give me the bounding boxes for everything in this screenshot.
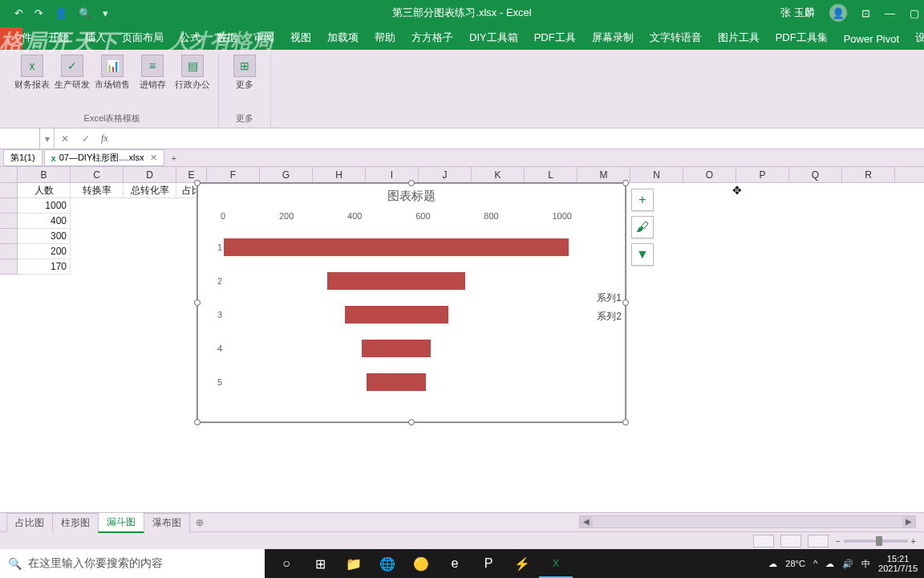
data-bar[interactable] (345, 306, 448, 324)
close-icon[interactable]: ✕ (150, 153, 157, 163)
tab-insert[interactable]: 插入 (77, 26, 114, 50)
row-header[interactable] (0, 214, 18, 229)
tab-review[interactable]: 审阅 (245, 26, 282, 50)
excel-icon[interactable]: x (539, 549, 573, 578)
tab-powerpivot[interactable]: Power Pivot (836, 28, 907, 50)
zoom-in-icon[interactable]: + (911, 536, 916, 546)
tab-imgtool[interactable]: 图片工具 (710, 26, 768, 50)
search-icon[interactable]: 🔍 (79, 7, 91, 19)
col-header[interactable]: H (313, 167, 366, 182)
cortana-icon[interactable]: ○ (270, 549, 303, 578)
col-header[interactable]: N (630, 167, 683, 182)
edge-icon[interactable]: 🌐 (371, 549, 404, 578)
col-header[interactable]: D (124, 167, 176, 182)
col-header[interactable]: R (842, 167, 895, 182)
col-header[interactable]: C (71, 167, 124, 182)
formula-input[interactable] (113, 128, 924, 149)
tab-data[interactable]: 数据 (209, 26, 245, 50)
col-header[interactable]: P (736, 167, 789, 182)
chrome-icon[interactable]: 🟡 (404, 549, 438, 578)
row-header[interactable] (0, 229, 18, 244)
data-bar[interactable] (327, 272, 465, 290)
tab-view[interactable]: 视图 (282, 26, 319, 50)
cell[interactable]: 1000 (18, 198, 71, 214)
chart-object[interactable]: 图表标题 ✥ 02004006008001000 12345 系列1 系列2 +… (197, 183, 626, 422)
zoom-out-icon[interactable]: − (835, 536, 840, 546)
tab-design[interactable]: 设计 (907, 26, 924, 50)
view-layout-button[interactable] (780, 535, 801, 547)
chart-styles-button[interactable]: 🖌 (631, 216, 654, 238)
wb-tab[interactable]: 第1(1) (3, 149, 43, 166)
cell[interactable]: 转换率 (71, 183, 124, 198)
volume-icon[interactable]: 🔊 (842, 559, 853, 569)
undo-icon[interactable]: ↶ (14, 7, 23, 19)
tab-home[interactable]: 开始 (40, 26, 77, 50)
maximize-icon[interactable]: ▢ (910, 7, 919, 19)
name-box[interactable] (0, 128, 40, 149)
tab-layout[interactable]: 页面布局 (114, 26, 172, 50)
spreadsheet-grid[interactable]: B C D E F G H I J K L M N O P Q R 人数 转换率… (0, 167, 924, 512)
ime-indicator[interactable]: 中 (861, 558, 870, 570)
taskview-icon[interactable]: ⊞ (303, 549, 337, 578)
row-header[interactable] (0, 259, 18, 275)
scroll-right-icon[interactable]: ▶ (902, 516, 915, 527)
cell[interactable]: 300 (18, 229, 71, 244)
sheet-tab[interactable]: 漏斗图 (98, 512, 144, 533)
tab-pdfset[interactable]: PDF工具集 (768, 26, 836, 50)
col-header[interactable]: I (366, 167, 419, 182)
col-header[interactable]: K (472, 167, 525, 182)
data-bar[interactable] (362, 340, 431, 357)
data-bar[interactable] (224, 238, 569, 256)
add-sheet-button[interactable]: ⊕ (189, 517, 210, 528)
chart-title[interactable]: 图表标题 (198, 184, 625, 206)
fx-label[interactable]: fx (96, 132, 113, 144)
sheet-tab[interactable]: 柱形图 (52, 513, 99, 532)
col-header[interactable]: Q (789, 167, 842, 182)
btn-inventory[interactable]: ≡进销存 (133, 53, 172, 91)
qat-more-icon[interactable]: ▾ (103, 7, 108, 19)
col-header[interactable]: J (419, 167, 472, 182)
chart-elements-button[interactable]: + (631, 189, 654, 211)
sheet-tab[interactable]: 占比图 (6, 513, 53, 532)
scroll-left-icon[interactable]: ◀ (580, 516, 593, 527)
select-all-corner[interactable] (0, 167, 18, 182)
tray-expand-icon[interactable]: ^ (813, 559, 817, 568)
minimize-icon[interactable]: — (885, 7, 895, 19)
data-bar[interactable] (367, 373, 425, 391)
col-header[interactable]: F (207, 167, 260, 182)
btn-more[interactable]: ⊞更多 (225, 53, 264, 91)
tab-help[interactable]: 帮助 (367, 26, 403, 50)
col-header[interactable]: B (18, 167, 71, 182)
tab-formula[interactable]: 公式 (172, 26, 209, 50)
cell[interactable]: 400 (18, 214, 71, 229)
clock[interactable]: 15:212021/7/15 (878, 554, 918, 573)
row-header[interactable] (0, 244, 18, 259)
col-header[interactable]: O (683, 167, 736, 182)
user-icon[interactable]: 👤 (55, 7, 67, 19)
powerpoint-icon[interactable]: P (472, 549, 505, 578)
view-normal-button[interactable] (753, 535, 774, 547)
add-workbook-button[interactable]: + (166, 152, 180, 165)
cell[interactable]: 总转化率 (124, 183, 176, 198)
cell[interactable]: 200 (18, 244, 71, 259)
col-header[interactable]: E (176, 167, 207, 182)
view-break-button[interactable] (808, 535, 829, 547)
btn-sales[interactable]: 📊市场销售 (93, 53, 132, 91)
ie-icon[interactable]: e (438, 549, 472, 578)
cell[interactable]: 人数 (18, 183, 71, 198)
redo-icon[interactable]: ↷ (34, 7, 43, 19)
cell[interactable]: 170 (18, 259, 71, 275)
powerbi-icon[interactable]: ⚡ (505, 549, 539, 578)
btn-rd[interactable]: ✓生产研发 (53, 53, 91, 91)
chart-legend[interactable]: 系列1 系列2 (597, 287, 622, 328)
ribbon-options-icon[interactable]: ⊡ (861, 7, 870, 19)
windows-search[interactable]: 🔍 在这里输入你要搜索的内容 (0, 549, 265, 578)
tab-tts[interactable]: 文字转语音 (642, 26, 710, 50)
onedrive-icon[interactable]: ☁ (825, 559, 834, 569)
tab-ffgz[interactable]: 方方格子 (403, 26, 461, 50)
tab-addins[interactable]: 加载项 (319, 26, 367, 50)
row-header[interactable] (0, 183, 18, 198)
col-header[interactable]: M (578, 167, 630, 182)
chart-filter-button[interactable]: ▼ (631, 243, 654, 266)
col-header[interactable]: L (525, 167, 578, 182)
